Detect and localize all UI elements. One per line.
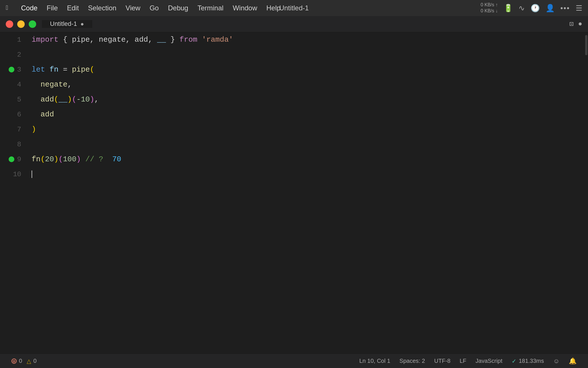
token-add-2: add	[40, 111, 54, 118]
wifi-icon: ∿	[519, 4, 525, 13]
close-button[interactable]	[6, 20, 13, 28]
menu-selection[interactable]: Selection	[84, 2, 121, 14]
cursor-position: Ln 10, Col 1	[359, 358, 390, 364]
menu-debug[interactable]: Debug	[163, 2, 193, 14]
code-line-8	[32, 137, 568, 152]
gutter-line-8: 8	[17, 137, 21, 152]
status-line-ending[interactable]: LF	[455, 358, 471, 364]
gutter-line-10: 10	[13, 167, 21, 182]
tab-label: Untitled-1	[50, 20, 77, 28]
code-line-4: negate ,	[32, 77, 568, 92]
code-line-7: )	[32, 122, 568, 137]
editor-container: 1 2 3 4 5 6 7 8 9 10 import { pipe, nega…	[0, 32, 588, 354]
network-down: 0 KB/s ↓	[481, 8, 498, 14]
network-up: 0 KB/s ↑	[481, 2, 498, 8]
user-icon: 👤	[546, 4, 555, 13]
code-line-3: let fn = pipe (	[32, 62, 568, 77]
status-notifications[interactable]: 🔔	[564, 357, 581, 365]
clock-icon: 🕐	[531, 4, 540, 13]
scrollbar-thumb[interactable]	[585, 35, 587, 55]
warning-count: 0	[33, 358, 36, 364]
editor-header: Untitled-1 ● ⊡ ●	[0, 16, 588, 32]
token-fn-call: fn	[32, 156, 40, 163]
battery-icon: 🔋	[504, 4, 513, 13]
gutter-line-1: 1	[17, 32, 21, 47]
titlebar-right: 0 KB/s ↑ 0 KB/s ↓ 🔋 ∿ 🕐 👤 ••• ☰	[481, 2, 582, 14]
code-line-5: add ( __ ) ( -10 ) ,	[32, 92, 568, 107]
smiley-icon: ☺	[553, 357, 560, 365]
linter-time: 181.33ms	[519, 358, 544, 364]
indentation: Spaces: 2	[399, 358, 425, 364]
gutter-line-5: 5	[17, 92, 21, 107]
circle-button[interactable]: ●	[578, 20, 582, 28]
code-line-2	[32, 47, 568, 62]
error-count: 0	[19, 358, 22, 364]
network-stats: 0 KB/s ↑ 0 KB/s ↓	[481, 2, 498, 14]
cursor	[32, 170, 32, 178]
status-feedback[interactable]: ☺	[549, 357, 564, 365]
menu-code[interactable]: Code	[16, 2, 42, 14]
token-pipe: pipe	[72, 66, 90, 73]
token-add-1: add	[40, 96, 54, 103]
code-line-1: import { pipe, negate, add, __ } from 'r…	[32, 32, 568, 47]
editor-tab[interactable]: Untitled-1 ●	[42, 20, 92, 28]
list-icon[interactable]: ☰	[576, 4, 582, 13]
menu-terminal[interactable]: Terminal	[193, 2, 228, 14]
line-numbers-gutter: 1 2 3 4 5 6 7 8 9 10	[0, 32, 26, 354]
menu-go[interactable]: Go	[145, 2, 163, 14]
code-line-9: fn ( 20 ) ( 100 ) // ? 70	[32, 152, 568, 167]
gutter-line-9: 9	[17, 152, 21, 167]
token-fn-var: fn	[49, 66, 58, 73]
line-ending-label: LF	[460, 358, 466, 364]
window-title: Untitled-1	[279, 4, 309, 12]
status-spaces[interactable]: Spaces: 2	[395, 358, 430, 364]
status-language[interactable]: JavaScript	[471, 358, 507, 364]
statusbar: ⊗ 0 △ 0 Ln 10, Col 1 Spaces: 2 UTF-8 LF …	[0, 354, 588, 368]
language-label: JavaScript	[475, 358, 502, 364]
status-position[interactable]: Ln 10, Col 1	[355, 358, 395, 364]
code-line-10	[32, 167, 568, 182]
debug-breakpoint-9[interactable]	[9, 156, 14, 162]
code-line-6: add	[32, 107, 568, 122]
token-let: let	[32, 66, 45, 73]
split-editor-icon[interactable]: ⊡	[569, 20, 573, 28]
more-icon[interactable]: •••	[560, 4, 570, 13]
minimap-area	[568, 32, 588, 354]
menu-bar: Code File Edit Selection View Go Debug T…	[16, 2, 285, 14]
check-icon: ✓	[512, 358, 517, 365]
error-circle-icon: ⊗	[11, 359, 17, 364]
menu-file[interactable]: File	[42, 2, 63, 14]
token-negate: negate	[40, 81, 67, 88]
code-editor[interactable]: import { pipe, negate, add, __ } from 'r…	[26, 32, 568, 354]
gutter-line-7: 7	[17, 122, 21, 137]
titlebar:  Code File Edit Selection View Go Debug…	[0, 0, 588, 16]
maximize-button[interactable]	[29, 20, 36, 28]
status-errors[interactable]: ⊗ 0 △ 0	[7, 354, 41, 368]
tab-dot-icon: ●	[80, 21, 84, 27]
debug-breakpoint-3[interactable]	[9, 67, 14, 72]
minimize-button[interactable]	[17, 20, 25, 28]
token-import: import	[32, 36, 59, 43]
traffic-lights	[0, 20, 42, 28]
menu-edit[interactable]: Edit	[62, 2, 83, 14]
gutter-line-3: 3	[17, 62, 21, 77]
apple-logo-icon[interactable]: 	[6, 5, 9, 12]
status-encoding[interactable]: UTF-8	[430, 358, 455, 364]
status-right-items: Ln 10, Col 1 Spaces: 2 UTF-8 LF JavaScri…	[355, 357, 581, 365]
gutter-line-2: 2	[17, 47, 21, 62]
status-linter[interactable]: ✓ 181.33ms	[507, 358, 549, 365]
titlebar-left:  Code File Edit Selection View Go Debug…	[6, 2, 285, 14]
bell-icon: 🔔	[569, 357, 577, 365]
menu-view[interactable]: View	[121, 2, 145, 14]
tabbar-right: ⊡ ●	[569, 20, 588, 28]
encoding-label: UTF-8	[434, 358, 450, 364]
menu-window[interactable]: Window	[228, 2, 262, 14]
warning-icon: △	[27, 358, 31, 365]
gutter-line-6: 6	[17, 107, 21, 122]
gutter-line-4: 4	[17, 77, 21, 92]
